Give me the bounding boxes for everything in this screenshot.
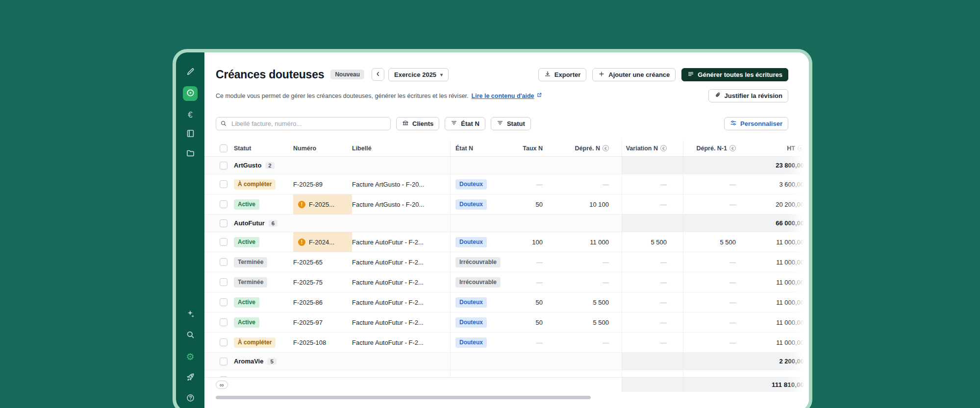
sidebar-item-folder[interactable] xyxy=(183,148,197,160)
euro-circle-icon: € xyxy=(729,145,736,151)
sidebar-item-receivables[interactable] xyxy=(183,86,198,101)
ledger-icon xyxy=(186,129,195,140)
row-checkbox[interactable] xyxy=(220,162,227,169)
sliders-icon xyxy=(730,120,737,128)
status-badge: Active xyxy=(234,199,259,210)
entries-icon xyxy=(687,71,694,79)
help-icon xyxy=(186,393,195,404)
main-content: Créances douteuses Nouveau Exercice 2025… xyxy=(204,52,809,408)
horizontal-scrollbar-thumb[interactable] xyxy=(216,396,591,399)
sidebar-item-search[interactable] xyxy=(183,330,197,341)
status-badge: À compléter xyxy=(234,179,276,190)
etat-badge: Douteux xyxy=(455,297,487,308)
status-badge: Terminée xyxy=(234,257,267,267)
paperclip-icon xyxy=(714,92,721,100)
invoice-row[interactable]: ActiveF-2025-97Facture AutoFutur - F-2..… xyxy=(204,312,809,333)
invoice-label: Facture AutoFutur - F-2... xyxy=(352,252,450,272)
filter-clients-button[interactable]: Clients xyxy=(396,117,439,130)
etat-badge: Douteux xyxy=(455,337,487,348)
customize-button[interactable]: Personnaliser xyxy=(724,117,788,130)
invoice-row[interactable]: À compléterF-2025-108Facture AutoFutur -… xyxy=(204,333,809,353)
previous-exercise-button[interactable] xyxy=(372,68,384,81)
row-checkbox[interactable] xyxy=(220,298,227,306)
column-header-numero: Numéro xyxy=(293,140,352,156)
row-checkbox[interactable] xyxy=(220,219,227,227)
status-badge: Terminée xyxy=(234,277,267,288)
invoice-label: Facture AutoFutur - F-2... xyxy=(352,272,450,292)
description-row: Ce module vous permet de gérer les créan… xyxy=(216,89,788,102)
euro-circle-icon: € xyxy=(660,145,667,151)
sidebar-item-edit[interactable] xyxy=(183,67,197,78)
search-icon xyxy=(186,330,195,341)
sidebar-item-settings[interactable]: ⚙ xyxy=(183,351,197,362)
invoice-number: F-2024... xyxy=(309,239,334,246)
etat-badge: Douteux xyxy=(455,237,487,247)
pencil-icon xyxy=(186,67,195,78)
add-receivable-button[interactable]: Ajouter une créance xyxy=(592,68,676,81)
app-window: € xyxy=(173,49,812,408)
sidebar-item-launch[interactable] xyxy=(183,372,197,384)
row-checkbox[interactable] xyxy=(220,278,227,286)
row-checkbox[interactable] xyxy=(220,318,227,326)
module-description-text: Ce module vous permet de gérer les créan… xyxy=(216,93,469,99)
client-group-row[interactable]: AromaVie52 200,00 xyxy=(204,353,809,370)
invoice-row[interactable]: TerminéeF-2025-65Facture AutoFutur - F-2… xyxy=(204,252,809,272)
help-link[interactable]: Lire le contenu d'aide xyxy=(472,92,542,99)
invoice-row[interactable]: Active!F-2024...Facture AutoFutur - F-2.… xyxy=(204,232,809,252)
row-checkbox[interactable] xyxy=(220,180,227,188)
sidebar-item-assistant[interactable] xyxy=(183,309,197,320)
generate-entries-button[interactable]: Générer toutes les écritures xyxy=(681,68,788,81)
invoice-number: F-2025-75 xyxy=(293,279,323,286)
invoice-label: Facture AutoFutur - F-2... xyxy=(352,333,450,352)
invoice-row[interactable]: Active!F-2025...Facture ArtGusto - F-20.… xyxy=(204,194,809,215)
exercise-selector[interactable]: Exercice 2025 ▾ xyxy=(388,68,449,81)
filter-statut-button[interactable]: Statut xyxy=(491,117,531,130)
row-checkbox[interactable] xyxy=(220,358,227,365)
warning-icon: ! xyxy=(298,239,305,246)
chevron-left-icon xyxy=(375,71,381,79)
client-group-row[interactable]: ArtGusto223 800,00 xyxy=(204,157,809,174)
horizontal-scrollbar[interactable] xyxy=(204,396,809,399)
invoice-number: F-2025-89 xyxy=(293,181,323,188)
invoice-label: Facture ArtGusto - F-20... xyxy=(352,194,450,214)
filter-etat-button[interactable]: État N xyxy=(445,117,485,130)
invoice-number: F-2025-65 xyxy=(293,259,323,266)
page-header: Créances douteuses Nouveau Exercice 2025… xyxy=(216,66,788,83)
status-badge: Active xyxy=(234,297,259,308)
filter-icon xyxy=(451,120,457,128)
building-icon xyxy=(402,120,409,128)
group-total-ht: 66 000,00 xyxy=(749,215,809,232)
column-header-etat: État N xyxy=(450,140,514,156)
sidebar-item-euro[interactable]: € xyxy=(183,109,197,120)
invoice-row[interactable]: TerminéeF-2025-75Facture AutoFutur - F-2… xyxy=(204,272,809,292)
status-badge: Active xyxy=(234,237,259,247)
sidebar-item-help[interactable] xyxy=(183,393,197,405)
filter-etat-label: État N xyxy=(461,120,479,127)
filter-statut-label: Statut xyxy=(507,120,525,127)
column-header-depre-n: Dépré. N€ xyxy=(555,140,622,156)
status-badge: À compléter xyxy=(234,337,276,348)
select-all-checkbox[interactable] xyxy=(220,144,227,152)
client-count-badge: 6 xyxy=(269,220,277,227)
new-badge: Nouveau xyxy=(330,70,364,79)
row-count-pill: ∞ xyxy=(216,381,228,389)
add-receivable-label: Ajouter une créance xyxy=(608,71,670,78)
exercise-selector-label: Exercice 2025 xyxy=(394,71,436,78)
client-count-badge: 2 xyxy=(265,162,274,169)
generate-entries-label: Générer toutes les écritures xyxy=(698,71,782,78)
client-group-row[interactable]: AutoFutur666 000,00 xyxy=(204,215,809,232)
filter-icon xyxy=(497,120,503,128)
export-button[interactable]: Exporter xyxy=(538,68,586,81)
invoice-row[interactable]: ActiveF-2025-86Facture AutoFutur - F-2..… xyxy=(204,292,809,312)
row-checkbox[interactable] xyxy=(220,200,227,208)
invoice-label: Facture AutoFutur - F-2... xyxy=(352,232,450,252)
group-total-ht: 23 800,00 xyxy=(749,157,809,174)
search-input[interactable] xyxy=(216,117,391,130)
sidebar-item-ledger[interactable] xyxy=(183,128,197,140)
row-checkbox[interactable] xyxy=(220,238,227,246)
invoice-row[interactable]: À compléterF-2025-89Facture ArtGusto - F… xyxy=(204,174,809,194)
justify-revision-button[interactable]: Justifier la révision xyxy=(708,89,789,102)
page-title: Créances douteuses xyxy=(216,68,324,81)
row-checkbox[interactable] xyxy=(220,258,227,266)
row-checkbox[interactable] xyxy=(220,338,227,346)
